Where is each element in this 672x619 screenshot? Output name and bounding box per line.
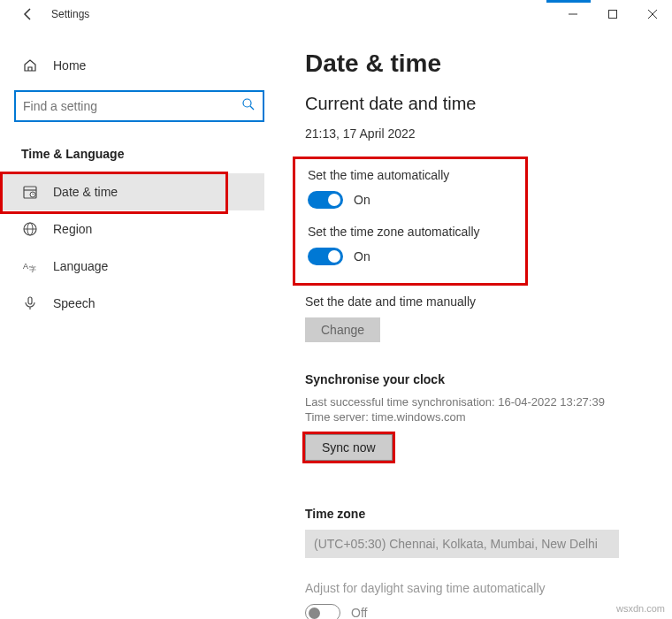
svg-text:字: 字 bbox=[29, 265, 36, 273]
home-label: Home bbox=[53, 58, 86, 73]
clock-icon bbox=[21, 184, 39, 200]
auto-time-label: Set the time automatically bbox=[308, 168, 513, 182]
home-nav[interactable]: Home bbox=[14, 50, 264, 81]
nav-date-time[interactable]: Date & time bbox=[0, 173, 264, 210]
nav-speech[interactable]: Speech bbox=[14, 285, 264, 322]
current-datetime: 21:13, 17 April 2022 bbox=[305, 126, 645, 141]
sidebar: Home Time & Language Date & time bbox=[0, 28, 279, 619]
dst-label: Adjust for daylight saving time automati… bbox=[305, 581, 645, 595]
search-icon bbox=[241, 97, 256, 115]
auto-tz-state: On bbox=[354, 249, 370, 264]
svg-point-4 bbox=[243, 99, 251, 107]
titlebar: Settings bbox=[0, 0, 672, 28]
content-pane: Date & time Current date and time 21:13,… bbox=[279, 28, 672, 619]
auto-tz-toggle[interactable] bbox=[308, 248, 343, 265]
auto-time-toggle[interactable] bbox=[308, 191, 343, 209]
close-button[interactable] bbox=[632, 0, 672, 28]
nav-label: Speech bbox=[53, 296, 95, 310]
page-title: Date & time bbox=[305, 50, 645, 78]
minimize-button[interactable] bbox=[553, 0, 592, 28]
globe-icon bbox=[21, 221, 39, 237]
nav-region[interactable]: Region bbox=[14, 210, 264, 248]
manual-time-label: Set the date and time manually bbox=[305, 294, 645, 309]
sync-title: Synchronise your clock bbox=[305, 372, 645, 386]
timezone-title: Time zone bbox=[305, 507, 645, 521]
back-button[interactable] bbox=[14, 0, 42, 28]
home-icon bbox=[21, 58, 39, 73]
svg-text:A: A bbox=[23, 262, 28, 271]
dst-toggle bbox=[305, 604, 340, 619]
search-input[interactable] bbox=[23, 99, 241, 113]
nav-label: Language bbox=[53, 259, 108, 273]
dst-state: Off bbox=[351, 606, 367, 619]
section-subtitle: Current date and time bbox=[305, 94, 645, 114]
nav-label: Date & time bbox=[53, 185, 118, 199]
auto-tz-label: Set the time zone automatically bbox=[308, 225, 513, 239]
nav-language[interactable]: A字 Language bbox=[14, 248, 264, 285]
sync-server: Time server: time.windows.com bbox=[305, 410, 645, 424]
language-icon: A字 bbox=[21, 258, 39, 274]
change-button: Change bbox=[305, 317, 380, 342]
maximize-button[interactable] bbox=[592, 0, 632, 28]
sync-last: Last successful time synchronisation: 16… bbox=[305, 395, 645, 409]
sync-now-button[interactable]: Sync now bbox=[305, 434, 393, 461]
search-box[interactable] bbox=[14, 90, 264, 122]
auto-time-state: On bbox=[354, 193, 370, 207]
window-title: Settings bbox=[51, 8, 89, 20]
timezone-select: (UTC+05:30) Chennai, Kolkata, Mumbai, Ne… bbox=[305, 530, 619, 558]
svg-rect-1 bbox=[608, 11, 616, 19]
category-header: Time & Language bbox=[14, 140, 264, 173]
nav-label: Region bbox=[53, 222, 92, 236]
microphone-icon bbox=[21, 295, 39, 311]
svg-line-5 bbox=[250, 106, 254, 110]
watermark: wsxdn.com bbox=[616, 603, 665, 614]
svg-rect-16 bbox=[28, 297, 32, 304]
